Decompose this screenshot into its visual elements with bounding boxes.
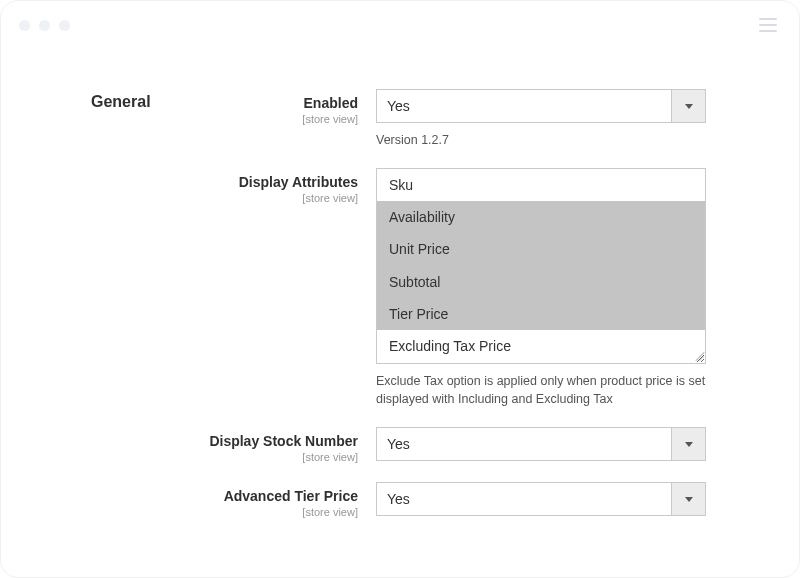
chevron-down-icon: [685, 104, 693, 109]
multiselect-option[interactable]: Unit Price: [377, 233, 705, 265]
titlebar: [1, 1, 799, 49]
label-col: Display Attributes [store view]: [201, 168, 376, 409]
content-area: General Enabled [store view] Yes Version…: [1, 49, 799, 577]
select-value: Yes: [376, 482, 672, 516]
field-col: Yes Version 1.2.7: [376, 89, 706, 150]
field-label: Advanced Tier Price: [201, 488, 358, 505]
section-title: General: [91, 89, 171, 537]
field-scope: [store view]: [201, 505, 358, 519]
select-toggle-button[interactable]: [672, 89, 706, 123]
field-scope: [store view]: [201, 112, 358, 126]
form: Enabled [store view] Yes Version 1.2.7: [201, 89, 739, 537]
select-value: Yes: [376, 427, 672, 461]
window-dot[interactable]: [19, 20, 30, 31]
field-scope: [store view]: [201, 191, 358, 205]
multiselect-option[interactable]: Tier Price: [377, 298, 705, 330]
multiselect-option[interactable]: Subtotal: [377, 266, 705, 298]
label-col: Display Stock Number [store view]: [201, 427, 376, 464]
field-display-attributes: Display Attributes [store view] SkuAvail…: [201, 168, 739, 409]
window-controls: [19, 20, 70, 31]
label-col: Enabled [store view]: [201, 89, 376, 150]
field-display-stock-number: Display Stock Number [store view] Yes: [201, 427, 739, 464]
label-col: Advanced Tier Price [store view]: [201, 482, 376, 519]
multiselect-option[interactable]: Excluding Tax Price: [377, 330, 705, 362]
field-col: Yes: [376, 427, 706, 464]
field-col: Yes: [376, 482, 706, 519]
field-label: Display Stock Number: [201, 433, 358, 450]
window-dot[interactable]: [39, 20, 50, 31]
field-scope: [store view]: [201, 450, 358, 464]
display-attributes-multiselect[interactable]: SkuAvailabilityUnit PriceSubtotalTier Pr…: [376, 168, 706, 364]
chevron-down-icon: [685, 497, 693, 502]
chevron-down-icon: [685, 442, 693, 447]
window-dot[interactable]: [59, 20, 70, 31]
advanced-tier-price-select[interactable]: Yes: [376, 482, 706, 516]
select-value: Yes: [376, 89, 672, 123]
field-label: Enabled: [201, 95, 358, 112]
enabled-select[interactable]: Yes: [376, 89, 706, 123]
field-col: SkuAvailabilityUnit PriceSubtotalTier Pr…: [376, 168, 706, 409]
field-advanced-tier-price: Advanced Tier Price [store view] Yes: [201, 482, 739, 519]
field-help: Exclude Tax option is applied only when …: [376, 372, 706, 410]
field-help: Version 1.2.7: [376, 131, 706, 150]
multiselect-option[interactable]: Sku: [377, 169, 705, 201]
field-enabled: Enabled [store view] Yes Version 1.2.7: [201, 89, 739, 150]
hamburger-icon[interactable]: [755, 14, 781, 36]
multiselect-option[interactable]: Availability: [377, 201, 705, 233]
settings-window: General Enabled [store view] Yes Version…: [0, 0, 800, 578]
display-stock-number-select[interactable]: Yes: [376, 427, 706, 461]
field-label: Display Attributes: [201, 174, 358, 191]
resize-handle-icon[interactable]: [690, 348, 704, 362]
select-toggle-button[interactable]: [672, 482, 706, 516]
select-toggle-button[interactable]: [672, 427, 706, 461]
